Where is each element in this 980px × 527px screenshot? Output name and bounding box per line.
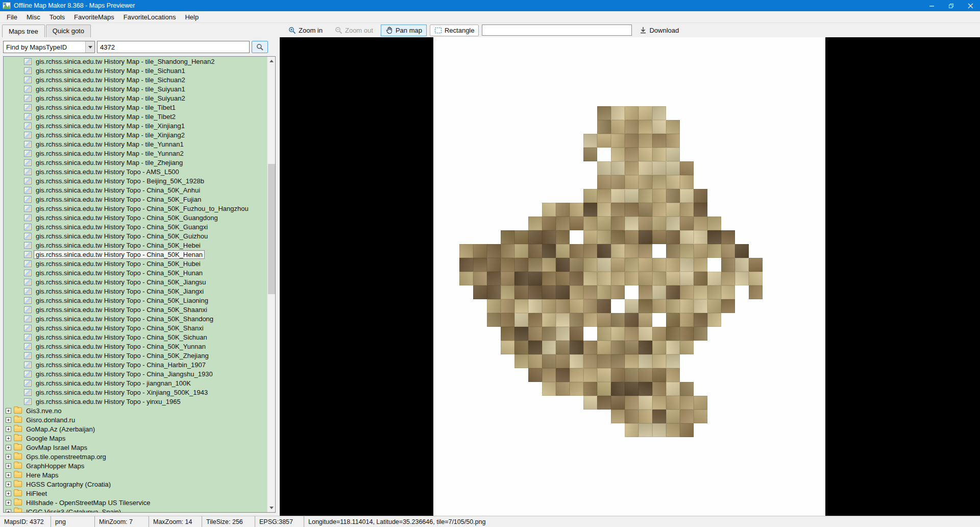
tree-item[interactable]: gis.rchss.sinica.edu.tw History Topo - C… bbox=[4, 277, 267, 286]
tree-folder[interactable]: Gisro.donland.ru bbox=[4, 415, 267, 424]
minimize-button[interactable] bbox=[922, 0, 941, 11]
tree-scrollbar[interactable] bbox=[267, 57, 275, 512]
expand-plus-icon[interactable] bbox=[6, 417, 11, 423]
expand-plus-icon[interactable] bbox=[6, 482, 11, 487]
expand-plus-icon[interactable] bbox=[6, 472, 11, 478]
find-by-combobox[interactable]: Find by MapsTypeID bbox=[3, 41, 95, 53]
tree-folder[interactable]: Gps.tile.openstreetmap.org bbox=[4, 452, 267, 461]
tree-item[interactable]: gis.rchss.sinica.edu.tw History Map - ti… bbox=[4, 112, 267, 121]
tree-item[interactable]: gis.rchss.sinica.edu.tw History Topo - y… bbox=[4, 397, 267, 406]
tree-item[interactable]: gis.rchss.sinica.edu.tw History Topo - C… bbox=[4, 195, 267, 204]
expand-plus-icon[interactable] bbox=[6, 436, 11, 441]
expand-plus-icon[interactable] bbox=[6, 454, 11, 460]
tree-item[interactable]: gis.rchss.sinica.edu.tw History Topo - C… bbox=[4, 323, 267, 332]
tree-item[interactable]: gis.rchss.sinica.edu.tw History Map - ti… bbox=[4, 103, 267, 112]
scrollbar-up-arrow[interactable] bbox=[267, 57, 276, 65]
zoom-in-button[interactable]: Zoom in bbox=[284, 25, 327, 36]
panel-divider bbox=[276, 37, 280, 516]
tree-item[interactable]: gis.rchss.sinica.edu.tw History Topo - j… bbox=[4, 378, 267, 388]
menu-item-tools[interactable]: Tools bbox=[45, 12, 69, 22]
expand-plus-icon[interactable] bbox=[6, 426, 11, 432]
tree-item[interactable]: gis.rchss.sinica.edu.tw History Topo - C… bbox=[4, 185, 267, 195]
expand-plus-icon[interactable] bbox=[6, 408, 11, 414]
tree-item[interactable]: gis.rchss.sinica.edu.tw History Map - ti… bbox=[4, 75, 267, 84]
search-button[interactable] bbox=[252, 41, 268, 53]
tree-folder[interactable]: GovMap Israel Maps bbox=[4, 443, 267, 452]
tree-item[interactable]: gis.rchss.sinica.edu.tw History Topo - C… bbox=[4, 360, 267, 369]
menu-item-favoritelocations[interactable]: FavoriteLocations bbox=[119, 12, 181, 22]
tree-item[interactable]: gis.rchss.sinica.edu.tw History Map - ti… bbox=[4, 66, 267, 75]
scrollbar-down-arrow[interactable] bbox=[267, 504, 276, 512]
map-tile-icon bbox=[24, 104, 32, 111]
tree-item[interactable]: gis.rchss.sinica.edu.tw History Topo - C… bbox=[4, 204, 267, 213]
maximize-button[interactable] bbox=[941, 0, 961, 11]
combobox-dropdown-arrow-icon[interactable] bbox=[85, 41, 94, 53]
tree-folder[interactable]: HiFleet bbox=[4, 489, 267, 498]
map-toolbar-input[interactable] bbox=[482, 25, 632, 36]
menu-item-misc[interactable]: Misc bbox=[22, 12, 45, 22]
tree-item[interactable]: gis.rchss.sinica.edu.tw History Map - ti… bbox=[4, 139, 267, 149]
tree-item[interactable]: gis.rchss.sinica.edu.tw History Map - ti… bbox=[4, 121, 267, 130]
map-tile bbox=[501, 327, 514, 341]
close-button[interactable] bbox=[961, 0, 980, 11]
expand-plus-icon[interactable] bbox=[6, 463, 11, 469]
tree-item[interactable]: gis.rchss.sinica.edu.tw History Topo - C… bbox=[4, 332, 267, 342]
tree-item[interactable]: gis.rchss.sinica.edu.tw History Topo - C… bbox=[4, 296, 267, 305]
expand-plus-icon[interactable] bbox=[6, 491, 11, 496]
tree-item[interactable]: gis.rchss.sinica.edu.tw History Topo - C… bbox=[4, 231, 267, 241]
tree-item[interactable]: gis.rchss.sinica.edu.tw History Map - ti… bbox=[4, 93, 267, 103]
expand-plus-icon[interactable] bbox=[6, 445, 11, 450]
tree-folder[interactable]: Hillshade - OpenStreetMap US Tileservice bbox=[4, 498, 267, 507]
tree-item[interactable]: gis.rchss.sinica.edu.tw History Topo - C… bbox=[4, 314, 267, 323]
map-tile bbox=[501, 313, 514, 327]
tree-item[interactable]: gis.rchss.sinica.edu.tw History Map - ti… bbox=[4, 57, 267, 66]
map-canvas[interactable] bbox=[433, 37, 825, 516]
pan-map-button[interactable]: Pan map bbox=[381, 25, 427, 36]
tree-item[interactable]: gis.rchss.sinica.edu.tw History Topo - C… bbox=[4, 259, 267, 268]
map-tile bbox=[625, 106, 639, 120]
tree-item[interactable]: gis.rchss.sinica.edu.tw History Map - ti… bbox=[4, 130, 267, 139]
tree-item[interactable]: gis.rchss.sinica.edu.tw History Topo - C… bbox=[4, 213, 267, 222]
map-tile bbox=[611, 285, 625, 299]
tree-item[interactable]: gis.rchss.sinica.edu.tw History Topo - X… bbox=[4, 388, 267, 397]
tree-folder[interactable]: GraphHopper Maps bbox=[4, 461, 267, 470]
tree-item[interactable]: gis.rchss.sinica.edu.tw History Topo - B… bbox=[4, 176, 267, 185]
tree-item[interactable]: gis.rchss.sinica.edu.tw History Topo - A… bbox=[4, 167, 267, 176]
menu-item-help[interactable]: Help bbox=[180, 12, 203, 22]
menu-item-favoritemaps[interactable]: FavoriteMaps bbox=[69, 12, 119, 22]
tree-item[interactable]: gis.rchss.sinica.edu.tw History Topo - C… bbox=[4, 342, 267, 351]
expand-plus-icon[interactable] bbox=[6, 509, 11, 513]
map-tile bbox=[556, 299, 570, 313]
map-viewport[interactable] bbox=[280, 37, 980, 516]
tree-folder[interactable]: HGSS Cartography (Croatia) bbox=[4, 480, 267, 489]
tree-item[interactable]: gis.rchss.sinica.edu.tw History Topo - C… bbox=[4, 305, 267, 314]
tree-folder[interactable]: GoMap.Az (Azerbaijan) bbox=[4, 424, 267, 434]
tree-item[interactable]: gis.rchss.sinica.edu.tw History Topo - C… bbox=[4, 222, 267, 231]
tree-folder[interactable]: Gis3.nve.no bbox=[4, 406, 267, 415]
map-tile bbox=[666, 368, 680, 382]
folder-icon bbox=[14, 435, 22, 441]
expand-plus-icon[interactable] bbox=[6, 500, 11, 506]
zoom-out-button[interactable]: Zoom out bbox=[330, 25, 378, 36]
download-button[interactable]: Download bbox=[635, 25, 683, 36]
map-tile bbox=[528, 368, 542, 382]
tab-maps-tree[interactable]: Maps tree bbox=[2, 25, 45, 38]
tree-item[interactable]: gis.rchss.sinica.edu.tw History Topo - C… bbox=[4, 369, 267, 378]
tree-item[interactable]: gis.rchss.sinica.edu.tw History Map - ti… bbox=[4, 84, 267, 93]
tree-item[interactable]: gis.rchss.sinica.edu.tw History Topo - C… bbox=[4, 286, 267, 296]
rectangle-button[interactable]: Rectangle bbox=[430, 25, 479, 36]
tree-item[interactable]: gis.rchss.sinica.edu.tw History Topo - C… bbox=[4, 250, 267, 259]
tree-item[interactable]: gis.rchss.sinica.edu.tw History Map - ti… bbox=[4, 149, 267, 158]
tree-folder[interactable]: Google Maps bbox=[4, 434, 267, 443]
tree-item[interactable]: gis.rchss.sinica.edu.tw History Topo - C… bbox=[4, 351, 267, 360]
scrollbar-thumb[interactable] bbox=[268, 164, 275, 294]
find-input[interactable] bbox=[97, 41, 250, 53]
tree-folder[interactable]: ICGC Vissir3 (Catalunya, Spain) bbox=[4, 507, 267, 512]
map-tile bbox=[583, 341, 597, 354]
tree-folder[interactable]: Here Maps bbox=[4, 470, 267, 480]
tree-item[interactable]: gis.rchss.sinica.edu.tw History Map - ti… bbox=[4, 158, 267, 167]
menu-item-file[interactable]: File bbox=[2, 12, 22, 22]
tab-quick-goto[interactable]: Quick goto bbox=[46, 25, 91, 37]
tree-item[interactable]: gis.rchss.sinica.edu.tw History Topo - C… bbox=[4, 268, 267, 277]
tree-item[interactable]: gis.rchss.sinica.edu.tw History Topo - C… bbox=[4, 241, 267, 250]
